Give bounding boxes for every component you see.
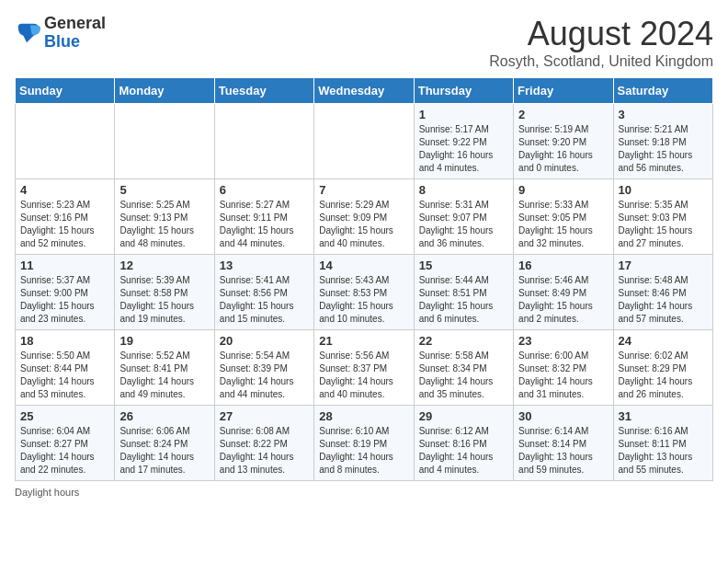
calendar-cell: 16Sunrise: 5:46 AM Sunset: 8:49 PM Dayli… [514,255,613,330]
calendar-cell: 26Sunrise: 6:06 AM Sunset: 8:24 PM Dayli… [115,406,214,481]
day-info: Sunrise: 6:04 AM Sunset: 8:27 PM Dayligh… [20,425,109,477]
day-info: Sunrise: 5:52 AM Sunset: 8:41 PM Dayligh… [119,350,209,401]
calendar-cell: 28Sunrise: 6:10 AM Sunset: 8:19 PM Dayli… [314,406,414,481]
calendar-cell: 24Sunrise: 6:02 AM Sunset: 8:29 PM Dayli… [613,330,712,406]
day-number: 25 [20,409,109,423]
calendar-cell: 21Sunrise: 5:56 AM Sunset: 8:37 PM Dayli… [314,330,414,406]
day-number: 23 [518,334,608,348]
day-number: 19 [119,334,209,348]
calendar-title: August 2024 [489,15,713,53]
calendar-cell: 5Sunrise: 5:25 AM Sunset: 9:13 PM Daylig… [115,179,214,255]
day-info: Sunrise: 5:50 AM Sunset: 8:44 PM Dayligh… [20,350,109,401]
day-number: 13 [220,259,309,272]
day-info: Sunrise: 5:17 AM Sunset: 9:22 PM Dayligh… [419,123,508,175]
calendar-cell: 18Sunrise: 5:50 AM Sunset: 8:44 PM Dayli… [16,330,115,406]
day-info: Sunrise: 6:02 AM Sunset: 8:29 PM Dayligh… [619,350,708,401]
day-info: Sunrise: 5:41 AM Sunset: 8:56 PM Dayligh… [220,274,309,326]
calendar-week-row: 18Sunrise: 5:50 AM Sunset: 8:44 PM Dayli… [16,330,713,406]
day-number: 10 [619,183,708,197]
calendar-cell: 2Sunrise: 5:19 AM Sunset: 9:20 PM Daylig… [514,104,613,179]
daylight-label: Daylight hours [15,487,79,498]
day-number: 8 [419,183,508,197]
calendar-cell: 13Sunrise: 5:41 AM Sunset: 8:56 PM Dayli… [214,255,313,330]
calendar-cell [115,104,214,179]
day-header-friday: Friday [514,78,613,104]
day-number: 18 [20,334,109,348]
calendar-cell: 25Sunrise: 6:04 AM Sunset: 8:27 PM Dayli… [16,406,115,481]
day-info: Sunrise: 5:21 AM Sunset: 9:18 PM Dayligh… [619,123,708,175]
day-number: 9 [518,183,608,197]
day-info: Sunrise: 5:39 AM Sunset: 8:58 PM Dayligh… [119,274,209,326]
day-number: 31 [619,409,708,423]
calendar-cell: 17Sunrise: 5:48 AM Sunset: 8:46 PM Dayli… [613,255,712,330]
title-block: August 2024 Rosyth, Scotland, United Kin… [489,15,713,70]
day-info: Sunrise: 5:35 AM Sunset: 9:03 PM Dayligh… [619,199,708,250]
day-info: Sunrise: 5:46 AM Sunset: 8:49 PM Dayligh… [518,274,608,326]
day-number: 11 [20,259,109,272]
calendar-cell: 23Sunrise: 6:00 AM Sunset: 8:32 PM Dayli… [514,330,613,406]
day-header-wednesday: Wednesday [314,78,414,104]
day-header-tuesday: Tuesday [214,78,313,104]
day-info: Sunrise: 6:00 AM Sunset: 8:32 PM Dayligh… [518,350,608,401]
day-number: 21 [319,334,408,348]
calendar-cell [214,104,313,179]
day-number: 22 [419,334,508,348]
day-info: Sunrise: 5:23 AM Sunset: 9:16 PM Dayligh… [20,199,109,250]
day-number: 4 [20,183,109,197]
day-info: Sunrise: 5:19 AM Sunset: 9:20 PM Dayligh… [518,123,608,175]
day-number: 17 [619,259,708,272]
day-info: Sunrise: 6:10 AM Sunset: 8:19 PM Dayligh… [319,425,408,477]
day-number: 5 [119,183,209,197]
calendar-cell: 6Sunrise: 5:27 AM Sunset: 9:11 PM Daylig… [214,179,313,255]
day-info: Sunrise: 6:12 AM Sunset: 8:16 PM Dayligh… [419,425,508,477]
calendar-cell: 9Sunrise: 5:33 AM Sunset: 9:05 PM Daylig… [514,179,613,255]
calendar-cell: 31Sunrise: 6:16 AM Sunset: 8:11 PM Dayli… [613,406,712,481]
day-number: 2 [518,108,608,121]
day-info: Sunrise: 6:06 AM Sunset: 8:24 PM Dayligh… [119,425,209,477]
day-header-saturday: Saturday [613,78,712,104]
day-info: Sunrise: 5:29 AM Sunset: 9:09 PM Dayligh… [319,199,408,250]
day-header-thursday: Thursday [414,78,513,104]
day-number: 3 [619,108,708,121]
calendar-cell: 1Sunrise: 5:17 AM Sunset: 9:22 PM Daylig… [414,104,513,179]
calendar-cell: 14Sunrise: 5:43 AM Sunset: 8:53 PM Dayli… [314,255,414,330]
calendar-header-row: SundayMondayTuesdayWednesdayThursdayFrid… [16,78,713,104]
day-info: Sunrise: 5:25 AM Sunset: 9:13 PM Dayligh… [119,199,209,250]
day-number: 20 [220,334,309,348]
calendar-table: SundayMondayTuesdayWednesdayThursdayFrid… [15,77,713,481]
calendar-cell: 8Sunrise: 5:31 AM Sunset: 9:07 PM Daylig… [414,179,513,255]
calendar-cell: 19Sunrise: 5:52 AM Sunset: 8:41 PM Dayli… [115,330,214,406]
day-header-sunday: Sunday [16,78,115,104]
day-number: 14 [319,259,408,272]
calendar-subtitle: Rosyth, Scotland, United Kingdom [489,53,713,70]
day-number: 27 [220,409,309,423]
day-info: Sunrise: 5:31 AM Sunset: 9:07 PM Dayligh… [419,199,508,250]
day-number: 29 [419,409,508,423]
day-info: Sunrise: 5:54 AM Sunset: 8:39 PM Dayligh… [220,350,309,401]
day-number: 7 [319,183,408,197]
logo: General Blue [15,15,106,52]
logo-icon [15,20,40,46]
calendar-cell: 11Sunrise: 5:37 AM Sunset: 9:00 PM Dayli… [16,255,115,330]
footer: Daylight hours [15,487,713,498]
calendar-week-row: 4Sunrise: 5:23 AM Sunset: 9:16 PM Daylig… [16,179,713,255]
day-number: 28 [319,409,408,423]
calendar-cell: 4Sunrise: 5:23 AM Sunset: 9:16 PM Daylig… [16,179,115,255]
calendar-week-row: 25Sunrise: 6:04 AM Sunset: 8:27 PM Dayli… [16,406,713,481]
day-info: Sunrise: 5:58 AM Sunset: 8:34 PM Dayligh… [419,350,508,401]
calendar-cell: 12Sunrise: 5:39 AM Sunset: 8:58 PM Dayli… [115,255,214,330]
day-number: 12 [119,259,209,272]
calendar-cell: 20Sunrise: 5:54 AM Sunset: 8:39 PM Dayli… [214,330,313,406]
day-number: 16 [518,259,608,272]
day-number: 30 [518,409,608,423]
day-info: Sunrise: 5:37 AM Sunset: 9:00 PM Dayligh… [20,274,109,326]
calendar-cell [16,104,115,179]
calendar-cell: 22Sunrise: 5:58 AM Sunset: 8:34 PM Dayli… [414,330,513,406]
day-info: Sunrise: 5:33 AM Sunset: 9:05 PM Dayligh… [518,199,608,250]
calendar-cell: 3Sunrise: 5:21 AM Sunset: 9:18 PM Daylig… [613,104,712,179]
calendar-cell: 29Sunrise: 6:12 AM Sunset: 8:16 PM Dayli… [414,406,513,481]
day-info: Sunrise: 5:44 AM Sunset: 8:51 PM Dayligh… [419,274,508,326]
calendar-cell: 30Sunrise: 6:14 AM Sunset: 8:14 PM Dayli… [514,406,613,481]
day-number: 1 [419,108,508,121]
day-number: 15 [419,259,508,272]
